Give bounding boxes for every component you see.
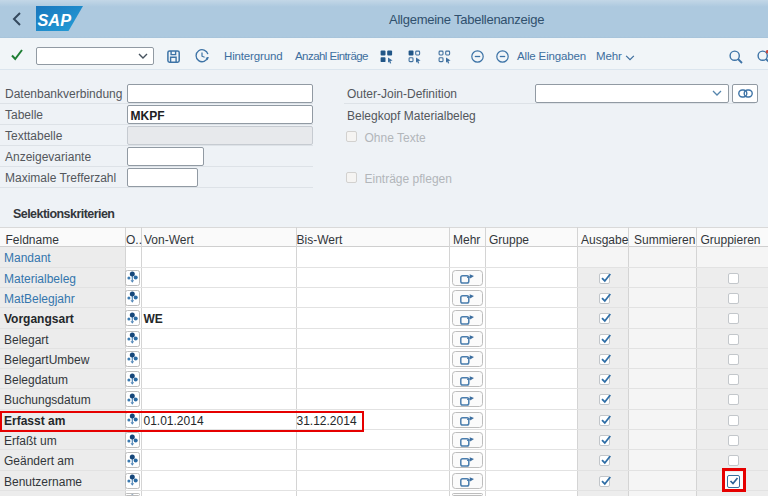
svg-text:SAP: SAP [38,12,72,29]
